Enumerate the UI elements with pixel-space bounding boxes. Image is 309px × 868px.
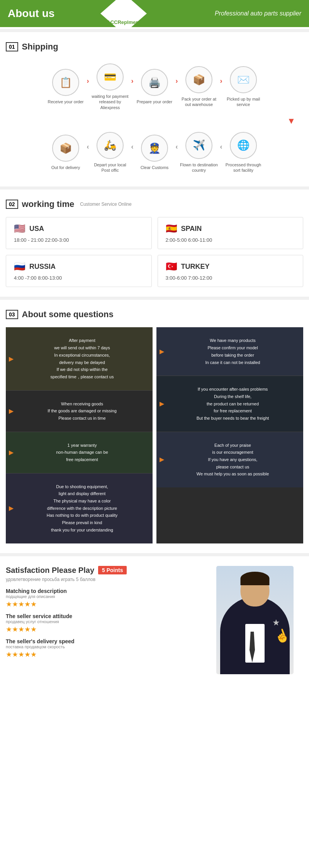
q-text: Each of your praise is our encouragement… (197, 442, 269, 478)
step-label: Pack your order at out warehouse (179, 96, 219, 108)
shipping-row-1: 📋Receive your order›💳waiting for payment… (6, 60, 303, 114)
divider-4 (0, 553, 309, 556)
arrow-left: ‹ (175, 143, 179, 151)
q-text: If you encounter after-sales problems Du… (197, 386, 269, 422)
step-circle: 🖨️ (141, 69, 168, 96)
sat-item-sub: поставка продавцом скорость (6, 644, 203, 649)
q-item-left: ▶When receiving goods If the goods are d… (6, 391, 153, 432)
q-arrow-icon: ▶ (160, 455, 164, 465)
sat-item-sub: подщящие для описания (6, 594, 203, 599)
step: 💳waiting for payment released by Aliexpr… (90, 63, 131, 110)
q-arrow-icon: ▶ (160, 346, 164, 357)
country-name: USA (29, 225, 44, 233)
questions-title: 03 About some questions (6, 309, 303, 320)
shipping-row-2: 📦Out for delivery‹🛵Depart your local Pos… (6, 128, 303, 177)
sat-item: The seller's delivery speedпоставка прод… (6, 638, 203, 659)
satisfaction-left: Satisfaction Please Play 5 Points удовле… (6, 566, 203, 674)
sat-items: Matching to descriptionподщящие для опис… (6, 588, 203, 659)
arrow-right: › (131, 77, 134, 85)
step: 🌐Processed through sort facility (223, 132, 264, 173)
q-text: Due to shooting equipment, light and dis… (19, 483, 145, 534)
arrow-left: ‹ (131, 143, 134, 151)
step-label: Prepare your order (137, 99, 172, 104)
questions-label: About some questions (22, 309, 114, 320)
q-arrow-icon: ▶ (160, 398, 164, 409)
q-arrow-icon: ▶ (9, 447, 14, 458)
shipping-section: 01 Shipping 📋Receive your order›💳waiting… (0, 34, 309, 185)
questions-right-panel: ▶We have many products Please confirm yo… (156, 327, 303, 543)
header-left: About us (0, 0, 100, 27)
sat-title-row: Satisfaction Please Play 5 Points (6, 566, 203, 575)
sat-item-title: Matching to description (6, 588, 203, 594)
tagline: Professional auto parts supplier (215, 10, 301, 17)
step-label: Clear Customs (141, 165, 169, 170)
sat-item-title: The seller's delivery speed (6, 638, 203, 644)
country-flag: 🇹🇷 (166, 261, 177, 272)
sat-item-sub: продавец услуг отношения (6, 619, 203, 624)
step-label: waiting for payment released by Aliexpre… (90, 94, 131, 110)
step-label: Depart your local Post offic (90, 162, 131, 173)
step: 📦Pack your order at out warehouse (179, 66, 219, 108)
arrow-down: ▼ (6, 116, 303, 126)
q-arrow-icon: ▶ (9, 503, 14, 514)
sat-item-title: The seller service attitude (6, 613, 203, 619)
country-times: 18:00 - 21:00 22:00-3:00 (14, 237, 144, 243)
shipping-title: 01 Shipping (6, 42, 303, 52)
shipping-label: Shipping (22, 42, 58, 52)
questions-num: 03 (6, 310, 18, 319)
q-item-left: ▶1 year warranty non-human damage can be… (6, 432, 153, 473)
country-name: SPAIN (181, 225, 202, 233)
working-num: 02 (6, 200, 18, 209)
arrow-right: › (86, 77, 90, 85)
q-text: After payment we will send out within 7 … (19, 337, 145, 380)
shipping-step-4: 📦Pack your order at out warehouse› (179, 66, 223, 108)
sat-stars: ★★★★★ (6, 625, 203, 634)
shipping-step-r4: ✈️Flown to destination country‹ (179, 132, 223, 173)
country-times: 4:00 -7:00 8:00-13:00 (14, 275, 144, 281)
step-circle: 📦 (52, 135, 79, 162)
shipping-step-r1: 📦Out for delivery‹ (46, 135, 90, 170)
country-card-russia: 🇷🇺RUSSIA4:00 -7:00 8:00-13:00 (6, 255, 152, 287)
q-arrow-icon: ▶ (9, 354, 14, 364)
country-header: 🇺🇸USA (14, 223, 144, 234)
step: 📦Out for delivery (46, 135, 86, 170)
satisfaction-right: ☝️ ★ (207, 566, 303, 674)
step: ✈️Flown to destination country (179, 132, 219, 173)
working-label: working time (22, 199, 75, 209)
tri-left-icon (100, 0, 116, 27)
q-item-left: ▶After payment we will send out within 7… (6, 327, 153, 390)
step: 🛵Depart your local Post offic (90, 132, 131, 173)
shipping-step-3: 🖨️Prepare your order› (134, 69, 179, 104)
country-header: 🇹🇷TURKEY (166, 261, 295, 272)
country-header: 🇷🇺RUSSIA (14, 261, 144, 272)
country-times: 2:00-5:00 6:00-11:00 (166, 237, 295, 243)
questions-grid: ▶After payment we will send out within 7… (6, 327, 303, 543)
arrow-right: › (175, 77, 179, 85)
shipping-step-r2: 🛵Depart your local Post offic‹ (90, 132, 134, 173)
step-label: Flown to destination country (179, 162, 219, 173)
header: About us ACCReplment Professional auto p… (0, 0, 309, 27)
q-item-right: ▶Each of your praise is our encouragemen… (156, 432, 303, 487)
country-flag: 🇺🇸 (14, 223, 25, 234)
arrow-right: › (219, 77, 223, 85)
q-text: We have many products Please confirm you… (205, 337, 260, 366)
working-time-section: 02 working time Customer Service Online … (0, 191, 309, 295)
working-sub: Customer Service Online (80, 202, 131, 207)
country-flag: 🇷🇺 (14, 261, 25, 272)
sat-title-text: Satisfaction Please Play (6, 566, 94, 575)
tri-right-icon (131, 0, 147, 27)
country-times: 3:00-6:00 7:00-12:00 (166, 275, 295, 281)
q-item-right: ▶We have many products Please confirm yo… (156, 327, 303, 376)
step-label: Picked up by mail service (223, 96, 264, 108)
shipping-step-5: ✉️Picked up by mail service (223, 66, 264, 108)
step-circle: 📋 (52, 69, 79, 96)
step-label: Out for delivery (51, 165, 80, 170)
step: 👮Clear Customs (134, 135, 175, 170)
divider-3 (0, 297, 309, 300)
sat-item: The seller service attitudeпродавец услу… (6, 613, 203, 634)
q-text: 1 year warranty non-human damage can be … (19, 442, 145, 463)
country-flag: 🇪🇸 (166, 223, 177, 234)
step-circle: 📦 (185, 66, 212, 93)
q-item-right: ▶If you encounter after-sales problems D… (156, 376, 303, 432)
shipping-step-r5: 🌐Processed through sort facility (223, 132, 264, 173)
